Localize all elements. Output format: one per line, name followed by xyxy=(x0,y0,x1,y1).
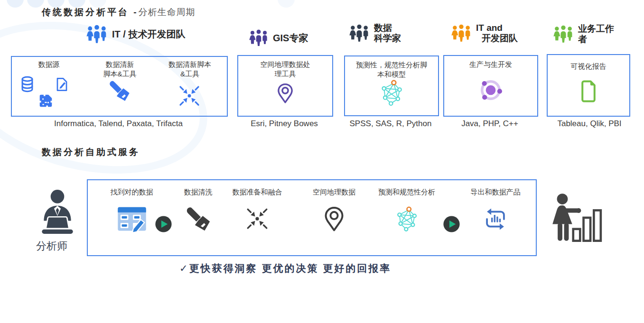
team-people-icon xyxy=(86,24,108,45)
item-label: 数据清新 脚本&工具 xyxy=(85,60,154,78)
title-bold: 数据分析自助式服务 xyxy=(42,147,140,157)
benefit-statement: ✓更快获得洞察 更优的决策 更好的回报率 xyxy=(179,262,391,275)
tools-box-business-worker: 可视化报告 xyxy=(547,54,630,117)
analyst-at-laptop-icon xyxy=(36,189,79,235)
selfservice-section-title: 数据分析自助式服务 xyxy=(42,146,140,158)
box-label-line2: 理工具 xyxy=(238,69,332,79)
team-header-it-and-dev: IT and 开发团队 xyxy=(451,23,518,44)
document-edit-icon xyxy=(56,77,68,92)
play-icon xyxy=(155,215,172,233)
flow-step-geospatial-data: 空间地理数据 xyxy=(308,188,361,232)
box-label-line1: 可视化报告 xyxy=(548,62,629,71)
item-label-line1: 数据清新 xyxy=(85,60,154,69)
box-label: 可视化报告 xyxy=(548,62,629,71)
database-icon xyxy=(20,76,34,92)
network-graph-icon xyxy=(395,206,419,231)
tools-box-data-scientist: 预测性，规范性分析脚 本和模型 xyxy=(344,55,439,116)
box-label: 生产与生开发 xyxy=(444,60,537,69)
decorative-circle xyxy=(7,0,24,8)
paint-brush-icon xyxy=(108,80,131,102)
box-label-line1: 预测性，规范性分析脚 xyxy=(345,60,438,70)
tools-list-gis: Esri, Pitney Bowes xyxy=(237,119,331,129)
tools-box-gis: 空间地理数据处 理工具 xyxy=(237,55,333,117)
network-graph-icon xyxy=(345,79,438,106)
team-label: IT / 技术开发团队 xyxy=(112,29,185,40)
item-label: 数据清新脚本 &工具 xyxy=(157,60,223,78)
selfservice-flow-box: 找到对的数据 数据清洗 xyxy=(87,179,537,256)
team-label-line1: 数据 xyxy=(374,23,401,33)
box-label-line1: 生产与生开发 xyxy=(444,60,537,69)
title-rest: 分析生命周期 xyxy=(139,7,196,17)
decorative-circle xyxy=(278,0,295,8)
team-label-line1: IT and xyxy=(476,23,518,33)
box-label: 空间地理数据处 理工具 xyxy=(238,60,332,78)
item-label-line2: 脚本&工具 xyxy=(85,69,154,79)
item-label-line1: 数据清新脚本 xyxy=(157,60,223,69)
tools-box-it-and-dev: 生产与生开发 xyxy=(443,55,538,117)
team-people-icon xyxy=(451,23,472,43)
location-pin-icon xyxy=(324,206,344,232)
box-item-cleaning-tools: 数据清新 脚本&工具 xyxy=(85,57,154,116)
team-label-line2: 开发团队 xyxy=(476,33,518,44)
item-label-line1: 数据源 xyxy=(16,60,82,69)
box-label-line2: 本和模型 xyxy=(345,70,438,79)
orbit-atom-icon xyxy=(444,77,537,103)
location-pin-icon xyxy=(238,82,332,105)
person-with-bar-chart-icon xyxy=(550,193,603,244)
tools-list-business-worker: Tableau, Qlik, PBI xyxy=(547,119,632,129)
team-label-line2: 科学家 xyxy=(374,33,401,44)
team-people-icon xyxy=(249,28,269,47)
team-label-line1: 业务工作 xyxy=(578,24,614,34)
report-document-icon xyxy=(548,80,629,103)
box-item-cleaning-scripts: 数据清新脚本 &工具 xyxy=(157,57,223,116)
team-label: 业务工作 者 xyxy=(578,24,614,45)
step-label: 空间地理数据 xyxy=(313,188,355,198)
team-header-data-scientist: 数据 科学家 xyxy=(349,23,401,44)
title-bold: 传统数据分析平台 - xyxy=(42,7,139,17)
box-label-line1: 空间地理数据处 xyxy=(238,60,332,69)
tools-list-it-and-dev: Java, PHP, C++ xyxy=(443,119,536,129)
converge-arrows-icon xyxy=(245,206,270,231)
tools-list-it-dev: Informatica, Talend, Paxata, Trifacta xyxy=(11,119,226,129)
analyst-label: 分析师 xyxy=(36,239,67,253)
data-table-edit-icon xyxy=(117,206,147,233)
team-label: GIS专家 xyxy=(273,33,308,44)
item-label: 数据源 xyxy=(16,60,82,69)
team-header-it-dev: IT / 技术开发团队 xyxy=(86,24,185,45)
step-label: 预测和规范性分析 xyxy=(378,188,435,198)
team-header-gis: GIS专家 xyxy=(249,28,308,47)
step-label: 找到对的数据 xyxy=(111,188,153,198)
flow-step-export-data-products: 导出和数据产品 xyxy=(464,188,527,232)
tools-list-data-scientist: SPSS, SAS, R, Python xyxy=(344,119,437,129)
box-item-data-source: 数据源 xyxy=(16,57,82,116)
step-label: 导出和数据产品 xyxy=(471,188,521,198)
converge-arrows-icon xyxy=(177,83,201,107)
team-people-icon xyxy=(349,23,370,43)
flow-step-data-cleaning: 数据清洗 xyxy=(178,188,218,232)
team-label-line2: 者 xyxy=(578,34,614,45)
box-label: 预测性，规范性分析脚 本和模型 xyxy=(345,60,438,79)
team-people-icon xyxy=(553,24,574,44)
slide-canvas: 传统数据分析平台 -分析生命周期 IT / 技术开发团队 xyxy=(0,0,644,323)
export-cycle-chart-icon xyxy=(481,206,510,232)
step-label: 数据清洗 xyxy=(184,188,213,198)
team-label: 数据 科学家 xyxy=(374,23,401,44)
analyst-figure: 分析师 xyxy=(36,189,79,253)
paint-brush-icon xyxy=(185,206,212,232)
play-icon xyxy=(443,215,460,233)
traditional-section-title: 传统数据分析平台 -分析生命周期 xyxy=(42,6,196,18)
flow-step-data-prep-blend: 数据准备和融合 xyxy=(229,188,285,231)
step-label: 数据准备和融合 xyxy=(233,188,282,198)
circuit-chip-icon xyxy=(38,93,53,108)
tools-box-it-dev: 数据源 xyxy=(11,56,228,117)
team-header-business-worker: 业务工作 者 xyxy=(553,24,614,45)
team-label: IT and 开发团队 xyxy=(476,23,518,44)
item-label-line2: &工具 xyxy=(157,69,223,79)
flow-step-find-data: 找到对的数据 xyxy=(102,188,161,233)
flow-step-predictive-analytics: 预测和规范性分析 xyxy=(372,188,442,231)
